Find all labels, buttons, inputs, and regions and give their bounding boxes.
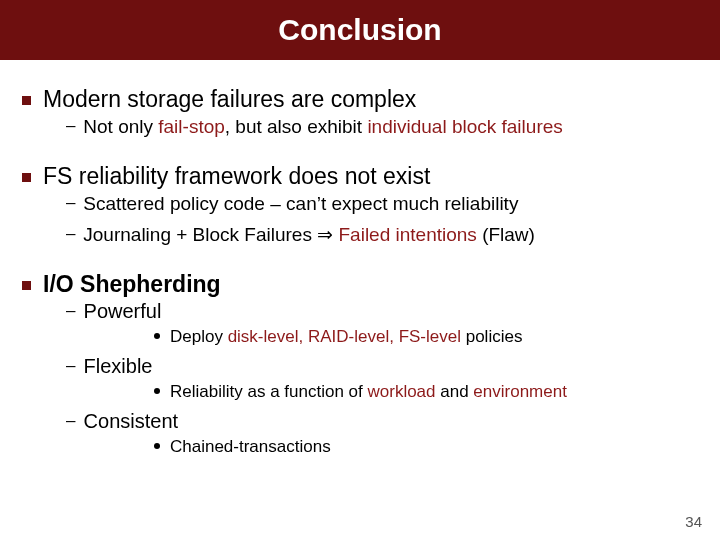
page-number: 34 [685,513,702,530]
dash-icon: – [66,115,78,137]
dash-icon: – [66,192,78,214]
dash-icon: – [66,223,78,245]
bullet-2-sub-1: – Scattered policy code – can’t expect m… [66,192,698,216]
bullet-3-consistent-detail: Chained-transactions [154,437,698,457]
bullet-3-sub-powerful: – Powerful [66,300,698,323]
dot-icon [154,333,160,339]
bullet-2-text: FS reliability framework does not exist [43,163,430,189]
dash-icon: – [66,356,78,376]
dot-icon [154,443,160,449]
bullet-3-sub-consistent: – Consistent [66,410,698,433]
dot-icon [154,388,160,394]
slide-title: Conclusion [278,13,441,47]
bullet-1: Modern storage failures are complex [22,86,698,113]
square-bullet-icon [22,281,31,290]
bullet-3-text: I/O Shepherding [43,271,221,297]
title-bar: Conclusion [0,0,720,60]
slide-body: Modern storage failures are complex – No… [0,60,720,457]
bullet-2-sub-2: – Journaling + Block Failures ⇒ Failed i… [66,223,698,247]
bullet-1-text: Modern storage failures are complex [43,86,416,112]
square-bullet-icon [22,96,31,105]
bullet-1-sub-1: – Not only fail-stop, but also exhibit i… [66,115,698,139]
dash-icon: – [66,301,78,321]
square-bullet-icon [22,173,31,182]
bullet-3-flexible-detail: Reliability as a function of workload an… [154,382,698,402]
bullet-3-sub-flexible: – Flexible [66,355,698,378]
bullet-2: FS reliability framework does not exist [22,163,698,190]
bullet-3-powerful-detail: Deploy disk-level, RAID-level, FS-level … [154,327,698,347]
bullet-3: I/O Shepherding [22,271,698,298]
dash-icon: – [66,411,78,431]
